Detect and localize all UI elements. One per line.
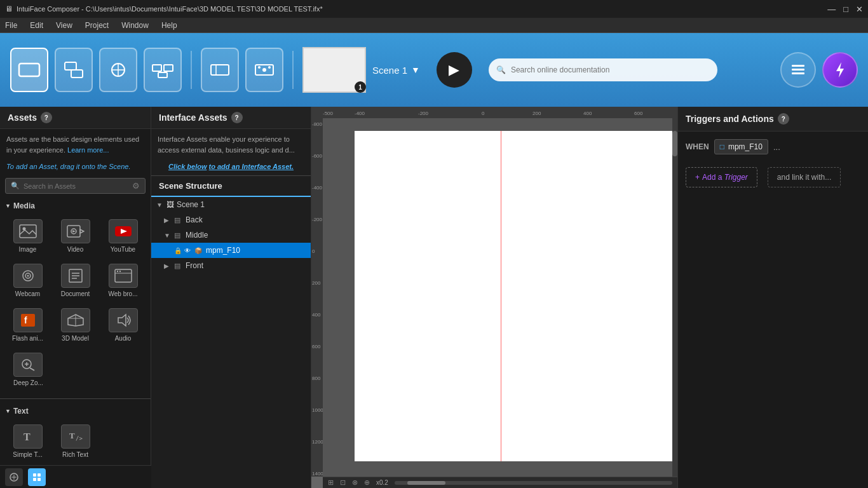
canvas-content[interactable]: [323, 118, 677, 477]
svg-rect-9: [211, 65, 229, 75]
menu-edit[interactable]: Edit: [30, 21, 43, 30]
status-fit-icon[interactable]: ⊡: [340, 478, 346, 487]
toolbar-btn-1[interactable]: [10, 48, 48, 92]
svg-line-45: [30, 368, 34, 370]
ruler-mark-2: -400: [355, 111, 365, 116]
assets-learn-more-link[interactable]: Learn more...: [67, 146, 109, 154]
hscrollbar-thumb[interactable]: [407, 481, 445, 485]
when-object-badge[interactable]: □ mpm_F10: [714, 139, 768, 154]
interface-panel-header: Interface Assets ?: [151, 107, 311, 129]
assets-tab-2[interactable]: [28, 468, 46, 486]
svg-point-12: [258, 66, 261, 69]
asset-item-image[interactable]: Image: [5, 215, 50, 257]
back-chevron-icon: ▶: [164, 217, 172, 224]
tree-item-back[interactable]: ▶ ▤ Back: [151, 212, 311, 227]
add-trigger-button[interactable]: + Add a Trigger: [686, 167, 757, 187]
tree-item-front[interactable]: ▶ ▤ Front: [151, 258, 311, 273]
window-controls[interactable]: — □ ✕: [827, 4, 863, 14]
toolbar: 1 Scene 1 ▼ ▶ 🔍: [0, 33, 868, 107]
asset-item-deep-zoom[interactable]: Deep Zo...: [5, 349, 51, 391]
menu-window[interactable]: Window: [121, 21, 149, 30]
close-button[interactable]: ✕: [856, 4, 863, 14]
v-ruler-mark-11: 1200: [312, 439, 323, 445]
search-assets-bar[interactable]: 🔍 ⚙: [5, 178, 146, 194]
vertical-scrollbar[interactable]: [672, 118, 677, 477]
assets-help-button[interactable]: ?: [41, 112, 52, 123]
tree-item-scene1[interactable]: ▼ 🖼 Scene 1: [151, 197, 311, 212]
scene-name: Scene 1: [372, 65, 407, 76]
interface-help-button[interactable]: ?: [231, 112, 243, 123]
asset-item-flash[interactable]: f Flash ani...: [5, 304, 50, 346]
tree-item-mpm-f10[interactable]: 🔒 👁 📦 mpm_F10: [151, 243, 311, 258]
toolbar-lightning-icon-btn[interactable]: [822, 52, 858, 88]
tree-item-middle[interactable]: ▼ ▤ Middle: [151, 227, 311, 243]
menu-view[interactable]: View: [56, 21, 72, 30]
ruler-mark-7: 600: [634, 111, 642, 116]
asset-item-simple-text[interactable]: T Simple T...: [5, 421, 50, 463]
toolbar-btn-5[interactable]: [201, 48, 239, 92]
asset-item-youtube[interactable]: YouTube: [100, 215, 146, 257]
asset-item-3d-model[interactable]: 3D Model: [53, 304, 98, 346]
minimize-button[interactable]: —: [827, 4, 836, 14]
maximize-button[interactable]: □: [843, 4, 848, 14]
asset-item-document[interactable]: Document: [53, 260, 98, 302]
triggers-help-button[interactable]: ?: [778, 113, 789, 125]
menu-project[interactable]: Project: [85, 21, 109, 30]
tree-item-front-label: Front: [186, 261, 203, 270]
assets-media-grid: Image Video YouTube: [5, 213, 146, 349]
asset-item-rich-text[interactable]: T/> Rich Text: [53, 421, 98, 463]
triggers-panel-header: Triggers and Actions ?: [678, 107, 868, 132]
assets-media-header[interactable]: ▼ Media: [5, 199, 146, 213]
asset-deep-zoom-label: Deep Zo...: [13, 379, 43, 387]
status-add-icon[interactable]: ⊕: [364, 478, 370, 487]
assets-text-header[interactable]: ▼ Text: [5, 404, 146, 418]
asset-item-video[interactable]: Video: [53, 215, 98, 257]
front-icon: ▤: [174, 262, 180, 270]
canvas-indicator-line: [501, 131, 501, 461]
scene-dropdown-arrow[interactable]: ▼: [411, 65, 420, 75]
assets-panel: Assets ? Assets are the basic design ele…: [0, 107, 151, 488]
horizontal-scrollbar[interactable]: [395, 481, 672, 485]
menu-help[interactable]: Help: [161, 21, 177, 30]
svg-point-37: [119, 271, 120, 272]
vscrollbar-thumb[interactable]: [672, 131, 677, 156]
interface-click-below[interactable]: Click below: [168, 163, 207, 170]
when-row: WHEN □ mpm_F10 ...: [678, 132, 868, 162]
search-settings-icon[interactable]: ⚙: [132, 181, 140, 191]
add-trigger-plus-icon: +: [695, 173, 700, 182]
asset-item-webcam[interactable]: Webcam: [5, 260, 50, 302]
search-docs-input[interactable]: [511, 65, 710, 74]
asset-item-audio[interactable]: Audio: [100, 304, 146, 346]
assets-tab-1[interactable]: [5, 468, 23, 486]
link-with-button[interactable]: and link it with...: [768, 167, 841, 187]
svg-rect-15: [792, 65, 804, 67]
svg-point-36: [116, 271, 118, 272]
tree-item-scene1-label: Scene 1: [177, 200, 205, 209]
search-assets-input[interactable]: [24, 182, 128, 190]
when-dots-button[interactable]: ...: [773, 142, 780, 152]
window-title: IntuiFace Composer - C:\Users\intus\Docu…: [17, 5, 323, 13]
asset-3d-model-icon: [61, 308, 90, 332]
when-object-name: mpm_F10: [728, 142, 763, 151]
ruler-mark-1: -500: [323, 111, 333, 116]
scene-structure-header: Scene Structure: [151, 175, 311, 197]
toolbar-btn-6[interactable]: [245, 48, 283, 92]
v-ruler-mark-6: 200: [312, 280, 320, 286]
status-grid-icon[interactable]: ⊞: [328, 478, 334, 487]
canvas-area[interactable]: -500 -400 -200 0 200 400 600 800 1000 12…: [311, 107, 677, 488]
assets-bottom-tabs: [0, 465, 151, 488]
toolbar-btn-3[interactable]: [99, 48, 137, 92]
toolbar-btn-2[interactable]: [55, 48, 93, 92]
play-button[interactable]: ▶: [437, 52, 472, 88]
interface-instruction: Click below to add an Interface Asset.: [151, 160, 311, 175]
asset-item-web-browser[interactable]: Web bro...: [100, 260, 146, 302]
scene-preview[interactable]: 1: [302, 47, 366, 93]
status-lock-icon[interactable]: ⊗: [352, 478, 358, 487]
svg-rect-19: [20, 225, 36, 238]
canvas-white-area: [355, 131, 677, 461]
menu-file[interactable]: File: [5, 21, 17, 30]
when-label: WHEN: [686, 142, 709, 151]
toolbar-list-icon-btn[interactable]: [780, 52, 816, 88]
scene1-icon: 🖼: [166, 200, 174, 209]
toolbar-btn-4[interactable]: [144, 48, 182, 92]
